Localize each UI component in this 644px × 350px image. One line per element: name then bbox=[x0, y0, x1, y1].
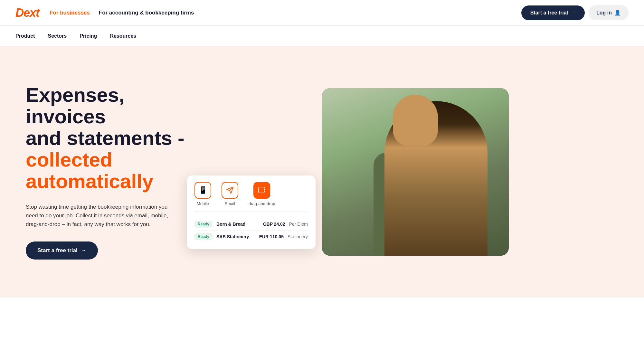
floating-ui-card: 📱 Mobile Email bbox=[187, 175, 316, 249]
card-row-1: Ready Born & Bread GBP 24.02 Per Diem bbox=[194, 218, 308, 230]
merchant-1: Born & Bread bbox=[216, 222, 259, 227]
nav-product[interactable]: Product bbox=[15, 33, 35, 39]
hero-photo bbox=[322, 88, 509, 256]
status-badge-2: Ready bbox=[194, 233, 213, 240]
hero-section: Expenses, invoices and statements - coll… bbox=[0, 46, 644, 298]
brand-logo[interactable]: Dext bbox=[15, 6, 39, 20]
secondary-navigation: Product Sectors Pricing Resources bbox=[0, 26, 644, 46]
category-1: Per Diem bbox=[289, 222, 308, 227]
card-icon-mobile: 📱 Mobile bbox=[194, 182, 211, 206]
card-row-2: Ready SAS Stationery EUR 110.05 Statione… bbox=[194, 230, 308, 243]
amount-1: GBP 24.02 bbox=[263, 222, 285, 227]
dragdrop-icon bbox=[253, 182, 270, 199]
mobile-icon: 📱 bbox=[194, 182, 211, 199]
nav-pricing[interactable]: Pricing bbox=[80, 33, 97, 39]
start-trial-button-hero[interactable]: Start a free trial → bbox=[26, 241, 98, 260]
top-navigation: Dext For businesses For accounting & boo… bbox=[0, 0, 644, 26]
merchant-2: SAS Stationery bbox=[216, 234, 255, 239]
start-trial-button-top[interactable]: Start a free trial → bbox=[521, 5, 585, 20]
amount-2: EUR 110.05 bbox=[259, 234, 284, 239]
hero-visual: 📱 Mobile Email bbox=[193, 75, 618, 269]
login-icon: 👤 bbox=[614, 10, 621, 16]
hero-title: Expenses, invoices and statements - coll… bbox=[26, 84, 193, 192]
top-nav-actions: Start a free trial → Log in 👤 bbox=[521, 5, 629, 20]
hero-subtitle: Stop wasting time getting the bookkeepin… bbox=[26, 203, 174, 229]
nav-sectors[interactable]: Sectors bbox=[48, 33, 67, 39]
category-2: Stationery bbox=[288, 234, 308, 239]
card-icons-row: 📱 Mobile Email bbox=[194, 182, 308, 212]
card-icon-email: Email bbox=[222, 182, 238, 206]
login-button[interactable]: Log in 👤 bbox=[589, 5, 629, 20]
status-badge-1: Ready bbox=[194, 221, 213, 228]
hero-content: Expenses, invoices and statements - coll… bbox=[26, 84, 193, 260]
email-icon bbox=[222, 182, 238, 199]
nav-for-businesses[interactable]: For businesses bbox=[50, 10, 90, 16]
nav-for-accounting[interactable]: For accounting & bookkeeping firms bbox=[99, 10, 194, 16]
nav-resources[interactable]: Resources bbox=[110, 33, 136, 39]
card-icon-dragdrop: drag-and-drop bbox=[249, 182, 275, 206]
svg-rect-0 bbox=[259, 187, 264, 193]
